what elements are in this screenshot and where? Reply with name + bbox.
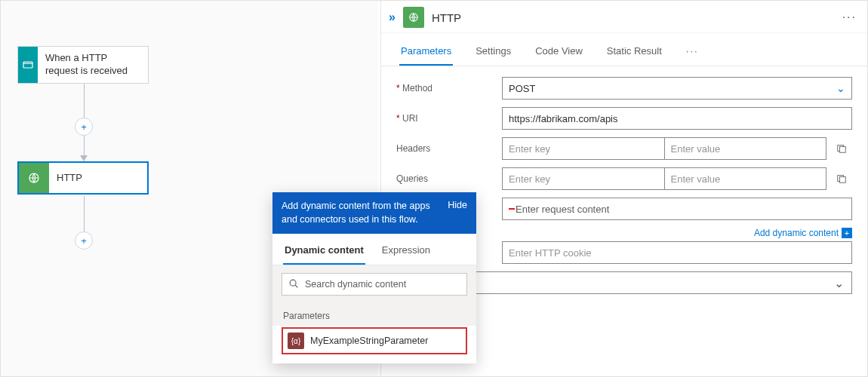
tab-more[interactable]: ··· xyxy=(685,41,700,66)
dynamic-content-popup: Add dynamic content from the apps and co… xyxy=(272,192,476,363)
svg-rect-6 xyxy=(839,176,845,182)
popup-header: Add dynamic content from the apps and co… xyxy=(272,192,476,234)
parameter-name: MyExampleStringParameter xyxy=(310,336,428,346)
hide-popup-button[interactable]: Hide xyxy=(448,200,467,226)
body-input[interactable]: Enter request content xyxy=(502,198,852,220)
tab-settings[interactable]: Settings xyxy=(474,41,512,66)
cookie-input[interactable] xyxy=(502,241,852,264)
panel-title: HTTP xyxy=(432,11,835,24)
search-input[interactable]: Search dynamic content xyxy=(282,273,467,296)
http-action-node[interactable]: HTTP xyxy=(17,161,149,195)
trigger-node-label: When a HTTP request is received xyxy=(38,52,148,78)
connector-arrow-icon xyxy=(80,155,88,161)
method-label: * Method xyxy=(396,83,502,93)
add-step-button[interactable]: + xyxy=(75,118,93,136)
panel-menu-button[interactable]: ··· xyxy=(842,11,857,24)
svg-rect-4 xyxy=(839,146,845,152)
queries-label: Queries xyxy=(396,173,502,184)
tab-code-view[interactable]: Code View xyxy=(534,41,584,66)
connector-line xyxy=(84,196,85,232)
trigger-node[interactable]: When a HTTP request is received xyxy=(17,46,149,84)
uri-input[interactable] xyxy=(502,107,852,130)
add-step-button[interactable]: + xyxy=(75,231,93,250)
uri-label: * URI xyxy=(396,113,502,124)
collapse-panel-button[interactable]: » xyxy=(389,11,396,24)
http-trigger-icon xyxy=(18,47,38,83)
query-key-input[interactable] xyxy=(502,167,664,190)
header-key-input[interactable] xyxy=(502,137,664,160)
switch-to-text-mode-button[interactable] xyxy=(831,167,852,190)
header-value-input[interactable] xyxy=(664,137,827,160)
svg-point-7 xyxy=(290,280,296,286)
add-dynamic-content-link[interactable]: Add dynamic content + xyxy=(502,228,852,238)
panel-tabs: Parameters Settings Code View Static Res… xyxy=(381,33,867,66)
search-container: Search dynamic content xyxy=(272,265,476,303)
method-value: POST xyxy=(509,83,535,94)
dynamic-content-item[interactable]: {α} MyExampleStringParameter xyxy=(282,327,467,354)
http-node-label: HTTP xyxy=(49,172,90,185)
parameter-icon: {α} xyxy=(288,333,304,349)
popup-tabs: Dynamic content Expression xyxy=(272,234,476,265)
switch-to-text-mode-button[interactable] xyxy=(831,137,852,160)
tab-expression[interactable]: Expression xyxy=(380,241,432,265)
tab-dynamic-content[interactable]: Dynamic content xyxy=(283,241,365,265)
svg-rect-0 xyxy=(23,62,32,68)
chevron-down-icon: ⌄ xyxy=(836,82,845,94)
plus-icon: + xyxy=(842,228,852,238)
cursor-indicator xyxy=(509,208,515,210)
tab-parameters[interactable]: Parameters xyxy=(399,41,453,66)
parameters-group-label: Parameters xyxy=(272,303,476,326)
query-value-input[interactable] xyxy=(664,167,827,190)
method-dropdown[interactable]: POST ⌄ xyxy=(502,77,852,100)
chevron-down-icon: ⌄ xyxy=(834,276,844,290)
headers-label: Headers xyxy=(396,143,502,154)
http-action-icon xyxy=(19,163,49,193)
search-icon xyxy=(288,278,299,291)
http-action-icon xyxy=(403,7,424,28)
popup-header-message: Add dynamic content from the apps and co… xyxy=(282,200,439,226)
panel-header: » HTTP ··· xyxy=(381,1,867,33)
tab-static-result[interactable]: Static Result xyxy=(605,41,663,66)
